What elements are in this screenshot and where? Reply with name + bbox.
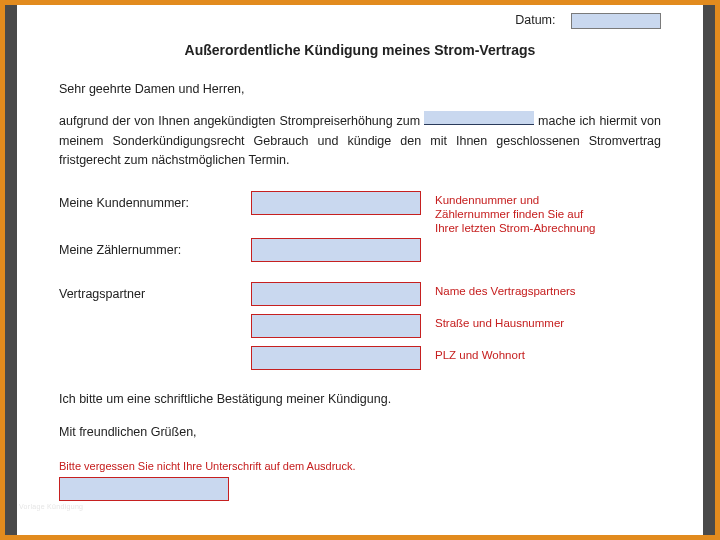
vertragspartner-strasse-field[interactable] <box>251 314 421 338</box>
main-paragraph: aufgrund der von Ihnen angekündigten Str… <box>59 111 661 170</box>
row-zaehlernummer: Meine Zählernummer: <box>59 238 661 268</box>
price-increase-date-field[interactable] <box>424 111 534 125</box>
salutation: Sehr geehrte Damen und Herren, <box>59 80 661 99</box>
watermark: Vorlage Kündigung <box>19 502 83 513</box>
signature-hint: Bitte vergessen Sie nicht Ihre Unterschr… <box>59 460 661 474</box>
vertragspartner-name-hint: Name des Vertragspartners <box>435 282 576 298</box>
form-grid: Meine Kundennummer: Kundennummer und Zäh… <box>59 191 661 376</box>
row-vertragspartner-plz: PLZ und Wohnort <box>59 346 661 376</box>
vertragspartner-label: Vertragspartner <box>59 282 251 304</box>
paragraph-part1: aufgrund der von Ihnen angekündigten Str… <box>59 114 424 128</box>
row-vertragspartner-strasse: Straße und Hausnummer <box>59 314 661 344</box>
empty-label-1 <box>59 314 251 317</box>
app-frame: Datum: Außerordentliche Kündigung meines… <box>5 5 715 535</box>
zaehlernummer-field[interactable] <box>251 238 421 262</box>
confirmation-request: Ich bitte um eine schriftliche Bestätigu… <box>59 390 661 409</box>
kundennummer-field[interactable] <box>251 191 421 215</box>
date-field[interactable] <box>571 13 661 29</box>
vertragspartner-plz-hint: PLZ und Wohnort <box>435 346 525 362</box>
closing-line: Mit freundlichen Grüßen, <box>59 423 661 442</box>
document-page: Datum: Außerordentliche Kündigung meines… <box>17 5 703 535</box>
row-kundennummer: Meine Kundennummer: Kundennummer und Zäh… <box>59 191 661 236</box>
vertragspartner-strasse-hint: Straße und Hausnummer <box>435 314 564 330</box>
kundennummer-hint: Kundennummer und Zählernummer finden Sie… <box>435 191 605 236</box>
signature-field[interactable] <box>59 477 229 501</box>
vertragspartner-plz-field[interactable] <box>251 346 421 370</box>
date-row: Datum: <box>59 11 661 30</box>
document-title: Außerordentliche Kündigung meines Strom-… <box>59 40 661 62</box>
vertragspartner-name-field[interactable] <box>251 282 421 306</box>
date-label: Datum: <box>515 13 555 27</box>
row-vertragspartner-name: Vertragspartner Name des Vertragspartner… <box>59 282 661 312</box>
empty-label-2 <box>59 346 251 349</box>
zaehlernummer-label: Meine Zählernummer: <box>59 238 251 260</box>
kundennummer-label: Meine Kundennummer: <box>59 191 251 213</box>
